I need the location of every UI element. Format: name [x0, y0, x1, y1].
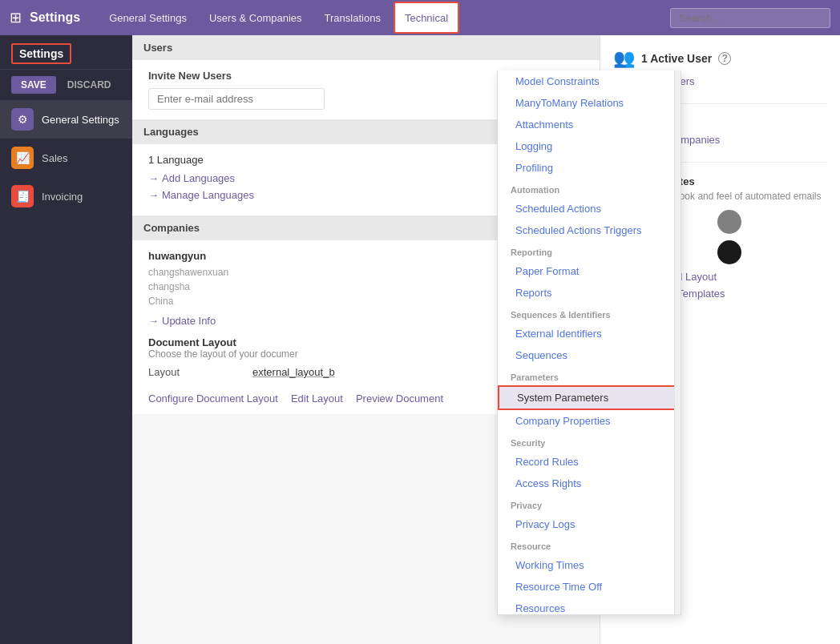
dropdown-item[interactable]: Record Rules — [498, 451, 680, 473]
preview-document-button[interactable]: Preview Document — [356, 392, 443, 405]
sidebar-item-general-settings[interactable]: ⚙ General Settings — [0, 100, 132, 139]
app-name: Settings — [30, 10, 80, 25]
button-color-swatch[interactable] — [717, 240, 741, 264]
users-icon: 👥 — [613, 48, 635, 69]
dropdown-section-label: Parameters — [498, 366, 680, 385]
configure-doc-layout-button[interactable]: Configure Document Layout — [148, 392, 278, 405]
dropdown-item[interactable]: Profiling — [498, 157, 680, 179]
invite-email-input[interactable] — [148, 88, 325, 110]
invoicing-icon: 🧾 — [11, 185, 34, 207]
dropdown-section-label: Automation — [498, 179, 680, 198]
dropdown-item[interactable]: Access Rights — [498, 473, 680, 494]
layout-label: Layout — [148, 366, 244, 378]
dropdown-item[interactable]: Resource Time Off — [498, 576, 680, 598]
dropdown-item[interactable]: Scheduled Actions — [498, 198, 680, 219]
dropdown-item[interactable]: Privacy Logs — [498, 513, 680, 535]
users-section-header: Users — [132, 35, 600, 60]
nav-translations[interactable]: Translations — [315, 0, 390, 35]
dropdown-section-label: Reporting — [498, 241, 680, 260]
dropdown-item[interactable]: Scheduled Actions Triggers — [498, 219, 680, 241]
active-users-count: 1 Active User — [641, 52, 712, 65]
edit-layout-button[interactable]: Edit Layout — [291, 392, 343, 405]
nav-users-companies[interactable]: Users & Companies — [200, 0, 312, 35]
dropdown-item[interactable]: ManyToMany Relations — [498, 92, 680, 114]
main-content: Users Invite New Users Languages 1 Langu… — [132, 35, 840, 644]
info-icon[interactable]: ? — [718, 52, 731, 65]
layout-value[interactable]: external_layout_b — [252, 366, 335, 378]
sidebar-item-invoicing[interactable]: 🧾 Invoicing — [0, 177, 132, 215]
header-color-swatch[interactable] — [717, 210, 741, 234]
topbar: ⊞ Settings General Settings Users & Comp… — [0, 0, 840, 35]
sidebar-item-sales-label: Sales — [42, 152, 68, 164]
sidebar: Settings SAVE DISCARD ⚙ General Settings… — [0, 35, 132, 644]
action-buttons: SAVE DISCARD — [0, 70, 132, 100]
dropdown-item[interactable]: Model Constraints — [498, 70, 680, 92]
search-input[interactable] — [670, 8, 830, 28]
dropdown-item[interactable]: Paper Format — [498, 260, 680, 282]
dropdown-item[interactable]: System Parameters — [498, 385, 680, 410]
technical-dropdown-menu: Model ConstraintsManyToMany RelationsAtt… — [497, 70, 681, 615]
general-settings-icon: ⚙ — [11, 108, 34, 131]
sidebar-item-general-settings-label: General Settings — [42, 114, 119, 126]
dropdown-item[interactable]: Attachments — [498, 114, 680, 135]
dropdown-section-label: Resource — [498, 535, 680, 554]
page-title-box: Settings — [11, 43, 71, 64]
nav-general-settings[interactable]: General Settings — [99, 0, 196, 35]
discard-button[interactable]: DISCARD — [61, 76, 118, 94]
dropdown-item[interactable]: External Identifiers — [498, 323, 680, 344]
grid-icon[interactable]: ⊞ — [10, 9, 22, 26]
page-title: Settings — [19, 47, 63, 60]
sidebar-item-sales[interactable]: 📈 Sales — [0, 139, 132, 177]
page-header: Settings — [0, 35, 132, 70]
dropdown-item[interactable]: Resources — [498, 598, 680, 615]
dropdown-section-label: Privacy — [498, 494, 680, 513]
dropdown-item[interactable]: Reports — [498, 282, 680, 304]
dropdown-item[interactable]: Working Times — [498, 554, 680, 576]
sales-icon: 📈 — [11, 147, 34, 169]
save-button[interactable]: SAVE — [11, 76, 56, 94]
scrollbar[interactable] — [674, 70, 680, 614]
dropdown-item[interactable]: Logging — [498, 135, 680, 157]
dropdown-section-label: Security — [498, 432, 680, 451]
dropdown-item[interactable]: Sequences — [498, 344, 680, 366]
dropdown-item[interactable]: Company Properties — [498, 410, 680, 432]
active-users-box: 👥 1 Active User ? — [613, 48, 827, 69]
sidebar-item-invoicing-label: Invoicing — [42, 191, 83, 203]
nav-technical[interactable]: Technical — [394, 2, 459, 34]
dropdown-section-label: Sequences & Identifiers — [498, 304, 680, 323]
